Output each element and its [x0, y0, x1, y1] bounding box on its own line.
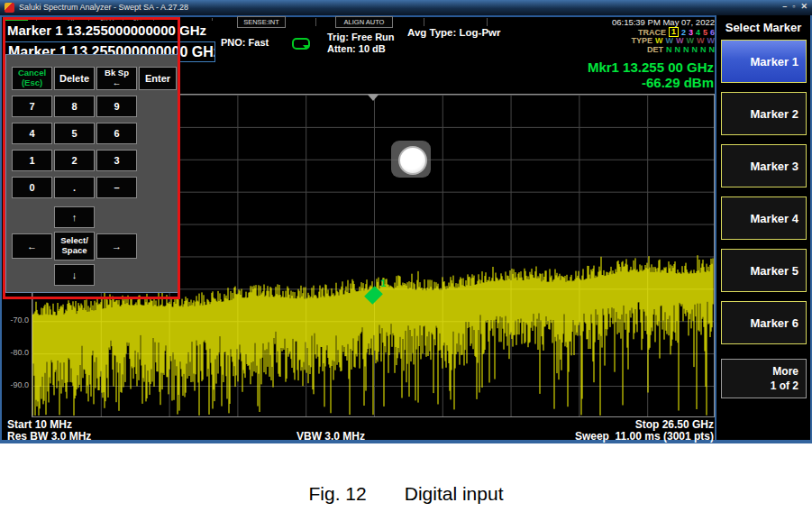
keypad-key-select-space[interactable]: Select/Space [54, 232, 95, 260]
close-button[interactable]: ✕ [800, 2, 807, 11]
keypad-key-minus[interactable]: – [96, 177, 137, 198]
res-bw-label: Res BW 3.0 MHz [7, 430, 91, 443]
keypad-key-decimal[interactable]: . [54, 177, 95, 198]
keypad-key-arrow-left[interactable]: ← [12, 233, 52, 259]
legend-item: 2 [681, 28, 686, 37]
menu-item-marker-5[interactable]: Marker 5 [721, 249, 807, 292]
keypad-key-arrow-right[interactable]: → [96, 233, 137, 259]
strip-divider [487, 18, 488, 26]
marker-top-notch-icon [368, 95, 379, 101]
keypad-key-arrow-up[interactable]: ↑ [54, 206, 95, 228]
keypad-key-0[interactable]: 0 [12, 177, 52, 198]
figure-text: Digital input [405, 483, 504, 504]
window-controls: – ▫ ✕ [782, 2, 807, 11]
legend-item: W [655, 36, 663, 45]
window-titlebar: Saluki Spectrum Analyzer - Swept SA - A.… [0, 0, 812, 15]
legend-item: 5 [703, 28, 707, 37]
keypad-key-7[interactable]: 7 [12, 96, 52, 117]
legend-item: N [683, 45, 689, 54]
y-axis-label: -80.0 [2, 348, 29, 357]
trace-type-legend: TYPEWWWWWW [541, 36, 715, 45]
legend-label: TRACE [638, 28, 666, 37]
pno-status: PNO: Fast [221, 37, 269, 48]
minimize-button[interactable]: – [782, 2, 787, 11]
keypad-key-4[interactable]: 4 [12, 123, 52, 144]
menu-item-more[interactable]: More1 of 2 [721, 359, 807, 398]
avg-type-status: Avg Type: Log-Pwr [407, 27, 501, 38]
keypad-key-2[interactable]: 2 [54, 150, 95, 171]
marker-readout-level: -66.29 dBm [451, 75, 714, 90]
keypad-key-6[interactable]: 6 [96, 123, 137, 144]
legend-item: N [692, 45, 698, 54]
keypad-key-delete[interactable]: Delete [54, 67, 95, 90]
legend-item: W [697, 36, 705, 45]
screenshot-root: Saluki Spectrum Analyzer - Swept SA - A.… [0, 0, 812, 521]
keypad-key-5[interactable]: 5 [54, 123, 95, 144]
menu-title: Select Marker [716, 21, 810, 34]
legend-item: N [675, 45, 681, 54]
stop-freq-label: Stop 26.50 GHz [451, 418, 714, 431]
detector-legend: DETNNNNNN [541, 45, 715, 54]
numeric-keypad: Cancel(Esc)DeleteBk Sp←Enter7894561230.–… [5, 54, 178, 293]
legend-item: N [666, 45, 672, 54]
legend-label: DET [647, 45, 663, 54]
menu-item-marker-2[interactable]: Marker 2 [721, 92, 807, 135]
legend-item: W [707, 36, 716, 45]
app-logo-icon [5, 3, 14, 13]
strip-divider [315, 18, 316, 26]
figure-label: Fig. 12 [309, 483, 367, 504]
legend-item: W [666, 36, 674, 45]
touch-indicator [391, 141, 431, 178]
keypad-key-1[interactable]: 1 [12, 150, 52, 171]
y-axis-label: -70.0 [2, 315, 29, 324]
sweep-label: Sweep 11.00 ms (3001 pts) [451, 430, 714, 443]
legend-label: TYPE [631, 36, 652, 45]
marker-readout: Mkr1 13.255 00 GHz -66.29 dBm [451, 59, 714, 90]
sense-status: SENSE:INT [237, 16, 286, 28]
legend-item: W [687, 36, 695, 45]
touch-dot-icon [398, 146, 427, 175]
legend-item: 4 [696, 28, 700, 37]
menu-item-marker-4[interactable]: Marker 4 [721, 197, 807, 240]
legend-item: 3 [689, 28, 693, 37]
vbw-label: VBW 3.0 MHz [241, 430, 421, 443]
legend-item: W [676, 36, 684, 45]
keypad-key-backspace[interactable]: Bk Sp← [96, 67, 137, 90]
keypad-key-3[interactable]: 3 [96, 150, 137, 171]
marker-number-label: 1 [380, 278, 386, 288]
keypad-key-enter[interactable]: Enter [139, 67, 177, 90]
keypad-key-8[interactable]: 8 [54, 96, 95, 117]
menu-item-marker-6[interactable]: Marker 6 [721, 301, 807, 344]
continuous-trigger-icon [292, 38, 310, 50]
active-function-annotation: Marker 1 13.255000000000 GHz [5, 21, 214, 40]
figure-caption: Fig. 12Digital input [0, 483, 812, 505]
window-left-border [0, 15, 2, 443]
trigger-status: Trig: Free Run [327, 32, 395, 42]
menu-item-marker-3[interactable]: Marker 3 [721, 144, 807, 187]
keypad-key-9[interactable]: 9 [96, 96, 137, 117]
softkey-menu: Select Marker Marker 1Marker 2Marker 3Ma… [716, 15, 810, 440]
atten-status: Atten: 10 dB [327, 43, 386, 54]
maximize-button[interactable]: ▫ [792, 2, 795, 11]
keypad-key-arrow-down[interactable]: ↓ [54, 264, 95, 286]
marker-readout-freq: Mkr1 13.255 00 GHz [451, 59, 714, 75]
datetime-display: 06:15:39 PM May 07, 2022 [541, 17, 715, 27]
y-axis-label: -90.0 [2, 380, 29, 389]
align-status: ALIGN AUTO [335, 16, 393, 28]
menu-item-marker-1[interactable]: Marker 1 [721, 40, 807, 83]
window-title: Saluki Spectrum Analyzer - Swept SA - A.… [19, 3, 188, 12]
start-freq-label: Start 10 MHz [7, 418, 72, 431]
keypad-key-cancel[interactable]: Cancel(Esc) [12, 67, 52, 90]
legend-item: N [700, 45, 707, 54]
strip-divider [424, 18, 424, 26]
